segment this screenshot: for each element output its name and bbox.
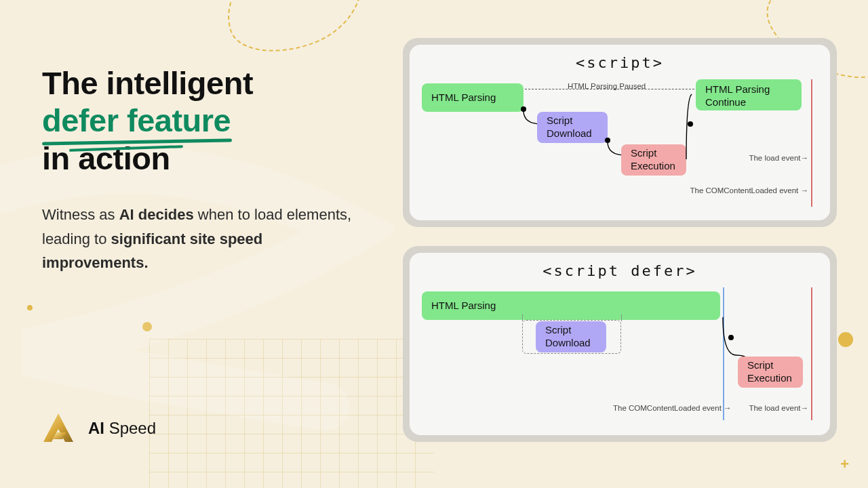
brand-name-rest: Speed: [104, 419, 156, 437]
card-title: <script>: [422, 54, 818, 71]
headline-highlight: defer feature: [42, 102, 231, 139]
card-title: <script defer>: [422, 262, 818, 279]
card-script: <script> HTML Parsing HTML Parsing Pause…: [403, 38, 837, 227]
card-script-defer: <script defer> HTML Parsing Script Downl…: [403, 246, 837, 442]
subtext: Witness as AI decides when to load eleme…: [42, 203, 368, 274]
headline: The intelligent defer feature in action: [42, 64, 368, 177]
block-script-download: Script Download: [537, 112, 608, 143]
block-script-execution: Script Execution: [738, 357, 803, 388]
block-script-execution: Script Execution: [621, 144, 686, 176]
brand-name-bold: AI: [88, 419, 104, 437]
diagram-cards: <script> HTML Parsing HTML Parsing Pause…: [403, 38, 837, 442]
block-script-download: Script Download: [536, 321, 606, 352]
load-event-line: [811, 287, 812, 420]
subtext-part: Witness as: [42, 206, 119, 223]
paused-label: HTML Parsing Paused: [568, 82, 646, 90]
connector-node: [521, 106, 526, 112]
decor-dashed-oval: [213, 0, 378, 67]
block-html-parsing: HTML Parsing: [422, 291, 720, 320]
block-html-parsing: HTML Parsing: [422, 83, 524, 112]
brand: AI Speed: [42, 412, 156, 445]
decor-grid: [149, 339, 434, 488]
connector-node: [728, 335, 734, 340]
block-html-continue: HTML Parsing Continue: [696, 79, 802, 110]
connector-node: [688, 121, 693, 127]
dom-event-label: The COMContentLoaded event →: [690, 186, 808, 195]
connector-node: [605, 138, 610, 143]
dom-event-line: [723, 287, 724, 420]
subtext-bold: AI decides: [119, 206, 194, 223]
headline-line1: The intelligent: [42, 65, 253, 101]
brand-logo-icon: [42, 412, 75, 445]
brand-name: AI Speed: [88, 419, 156, 438]
dashed-connector: [621, 314, 622, 321]
decor-plus-icon: +: [840, 455, 849, 473]
decor-dot: [27, 305, 33, 310]
load-event-label: The load event→: [749, 404, 808, 412]
dom-event-label: The COMContentLoaded event →: [613, 404, 732, 412]
decor-dot: [142, 322, 152, 331]
diagram-script: HTML Parsing HTML Parsing Paused HTML Pa…: [422, 79, 818, 208]
decor-dot: [838, 332, 853, 347]
diagram-script-defer: HTML Parsing Script Download Script Exec…: [422, 287, 818, 423]
load-event-line: [811, 79, 812, 207]
load-event-label: The load event→: [749, 154, 808, 162]
dashed-connector: [522, 314, 523, 321]
hero-copy: The intelligent defer feature in action …: [42, 64, 368, 274]
